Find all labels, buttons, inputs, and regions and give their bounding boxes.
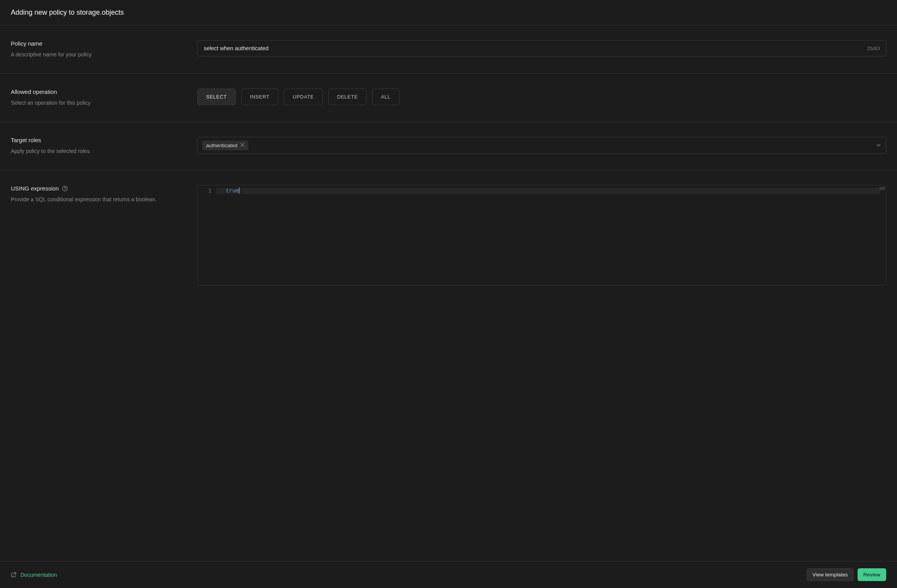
op-select-button[interactable]: SELECT [197,88,236,105]
modal-title: Adding new policy to storage.objects [11,8,886,17]
op-delete-button[interactable]: DELETE [328,88,367,105]
op-update-button[interactable]: UPDATE [284,88,323,105]
section-allowed-operation: Allowed operation Select an operation fo… [0,74,897,122]
section-policy-name: Policy name A descriptive name for your … [0,25,897,74]
documentation-link[interactable]: Documentation [11,572,57,578]
role-chip-close-icon[interactable] [240,143,244,148]
modal-footer: Documentation View templates Review [0,561,897,588]
using-expression-editor[interactable]: 1 true [197,185,886,286]
line-number: 1 [204,188,211,194]
policy-name-input[interactable] [197,40,886,56]
review-button[interactable]: Review [858,568,886,581]
line-number-gutter: 1 [198,185,216,285]
svg-point-1 [65,189,65,190]
code-token: true [226,188,239,194]
allowed-op-label: Allowed operation [11,88,189,95]
footer-actions: View templates Review [807,568,886,581]
view-templates-button[interactable]: View templates [807,568,853,581]
modal-header: Adding new policy to storage.objects [0,0,897,25]
section-target-roles: Target roles Apply policy to the selecte… [0,122,897,170]
policy-name-desc: A descriptive name for your policy [11,51,189,59]
editor-minimap[interactable] [880,187,885,190]
op-all-button[interactable]: ALL [372,88,399,105]
role-chip-label: authenticated [206,143,237,148]
using-expression-label: USING expression [11,185,59,192]
section-using-expression: USING expression Provide a SQL condition… [0,170,897,300]
documentation-label: Documentation [20,572,57,578]
help-circle-icon[interactable] [62,185,68,192]
policy-modal: Adding new policy to storage.objects Pol… [0,0,897,588]
external-link-icon [11,572,17,578]
operation-buttons: SELECT INSERT UPDATE DELETE ALL [197,88,886,105]
chevron-down-icon [876,143,881,148]
allowed-op-desc: Select an operation for this policy [11,99,189,107]
text-cursor [239,187,239,194]
policy-name-label: Policy name [11,40,189,47]
code-content: true [216,185,886,285]
role-chip-authenticated: authenticated [202,141,248,150]
policy-name-char-count: 25/63 [867,46,880,51]
target-roles-select[interactable]: authenticated [197,137,886,154]
modal-body: Policy name A descriptive name for your … [0,25,897,561]
target-roles-desc: Apply policy to the selected roles [11,147,189,155]
op-insert-button[interactable]: INSERT [241,88,278,105]
using-expression-desc: Provide a SQL conditional expression tha… [11,195,189,204]
target-roles-label: Target roles [11,137,189,143]
